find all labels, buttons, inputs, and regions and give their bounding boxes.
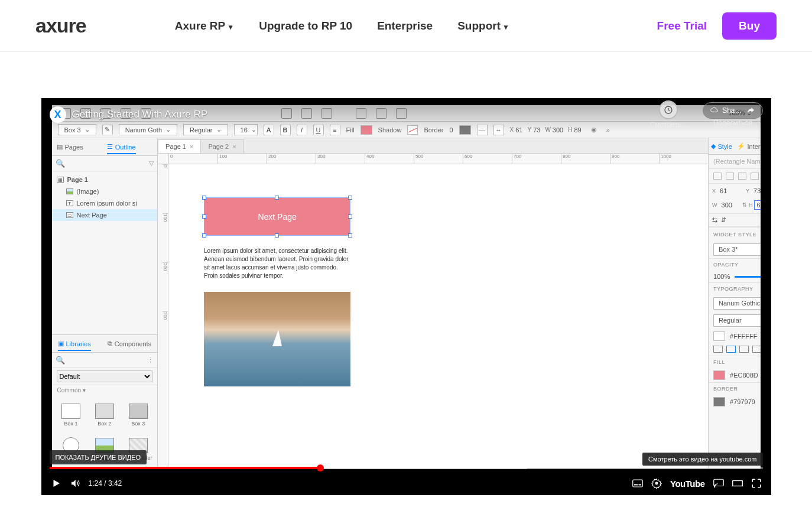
- typo-weight-select[interactable]: Regular⌄: [713, 314, 760, 327]
- text-align-top[interactable]: [752, 346, 760, 353]
- widget-style-select[interactable]: Box 3*⌄: [713, 243, 760, 256]
- rp-w-value[interactable]: 300: [719, 200, 735, 210]
- widget-name-field[interactable]: (Rectangle Name)◉: [709, 155, 760, 169]
- buy-button[interactable]: Buy: [722, 12, 777, 40]
- cast-icon: [713, 479, 724, 488]
- outline-node-image[interactable]: (Image): [52, 186, 158, 197]
- site-header: axure Axure RP▼ Upgrade to RP 10 Enterpr…: [0, 0, 812, 52]
- next-page-button-widget[interactable]: Next Page: [204, 197, 350, 236]
- tab-outline[interactable]: ☰Outline: [107, 143, 136, 154]
- sailboat-icon: [272, 330, 282, 346]
- youtube-controls-bar: 1:24 / 3:42 YouTube: [41, 467, 771, 495]
- canvas-area: Page 1× Page 2× 010020030040050060070080…: [158, 138, 708, 469]
- tab-interactions[interactable]: ⚡ Interactions: [737, 142, 760, 150]
- align-icon[interactable]: [738, 173, 746, 180]
- outline-node-link[interactable]: ▭Next Page: [52, 209, 158, 221]
- tab-components[interactable]: ⧉Components: [108, 340, 151, 347]
- time-display: 1:24 / 3:42: [89, 479, 122, 487]
- page-tabs: Page 1× Page 2×: [158, 138, 708, 154]
- opacity-value[interactable]: 100%: [713, 273, 730, 280]
- outline-tree: ▦Page 1 (Image) TLorem ipsum dolor si ▭N…: [52, 171, 158, 223]
- text-align-center[interactable]: [726, 346, 736, 353]
- svg-rect-1: [633, 480, 643, 487]
- nav-axure-rp[interactable]: Axure RP▼: [175, 19, 234, 32]
- nav-enterprise[interactable]: Enterprise: [377, 19, 433, 32]
- fullscreen-button[interactable]: [751, 478, 762, 489]
- show-more-videos-chip[interactable]: ПОКАЗАТЬ ДРУГИЕ ВИДЕО: [50, 450, 147, 464]
- gear-icon: [651, 477, 662, 489]
- ruler-vertical: 0100200300: [158, 164, 168, 469]
- progress-bar[interactable]: [50, 467, 763, 469]
- nav-upgrade[interactable]: Upgrade to RP 10: [259, 19, 352, 32]
- search-icon[interactable]: 🔍: [56, 159, 65, 168]
- play-icon: [51, 478, 61, 489]
- rp-y-value[interactable]: 73: [751, 186, 760, 196]
- page-tab-2[interactable]: Page 2×: [200, 139, 243, 153]
- tab-libraries[interactable]: ▣Libraries: [58, 340, 91, 351]
- axure-logo[interactable]: axure: [35, 14, 86, 37]
- tab-pages[interactable]: ▤Pages: [57, 143, 83, 151]
- opacity-slider[interactable]: [735, 276, 760, 278]
- flip-h-icon[interactable]: ⇆: [712, 216, 717, 224]
- typo-font-select[interactable]: Nanum Gothic⌄: [713, 297, 760, 310]
- align-icon-row: [709, 169, 760, 184]
- library-subheader: Common ▾: [52, 385, 158, 395]
- border-hex[interactable]: #797979: [730, 398, 755, 405]
- text-align-right[interactable]: [739, 346, 749, 353]
- volume-icon: [70, 477, 80, 489]
- channel-avatar[interactable]: X: [50, 106, 66, 123]
- volume-button[interactable]: [70, 478, 80, 489]
- flip-v-icon[interactable]: ⇵: [721, 216, 726, 224]
- youtube-player[interactable]: X Getting Started With Axure RP Смотреть…: [41, 98, 771, 495]
- outline-page-root[interactable]: ▦Page 1: [52, 174, 158, 186]
- library-select[interactable]: Default: [57, 370, 153, 382]
- settings-button[interactable]: [651, 478, 662, 489]
- typo-color-swatch[interactable]: [713, 331, 725, 341]
- nav-support[interactable]: Support▼: [457, 19, 509, 32]
- page-tab-1[interactable]: Page 1×: [158, 139, 201, 153]
- ruler-horizontal: 01002003004005006007008009001000: [158, 154, 708, 164]
- fill-hex[interactable]: #EC808D: [730, 372, 758, 379]
- shape-box1[interactable]: Box 1: [56, 399, 87, 431]
- tab-style[interactable]: ◆ Style: [711, 142, 732, 150]
- cast-button[interactable]: [713, 478, 724, 489]
- text-align-left[interactable]: [713, 346, 723, 353]
- fill-color-swatch[interactable]: [713, 370, 725, 380]
- filter-icon[interactable]: ▽: [149, 160, 154, 167]
- close-tab-icon[interactable]: ×: [190, 143, 193, 150]
- video-container: X Getting Started With Axure RP Смотреть…: [41, 98, 771, 495]
- video-title[interactable]: Getting Started With Axure RP: [72, 109, 208, 121]
- library-menu-icon[interactable]: ⋮: [147, 356, 154, 364]
- share-video-button[interactable]: Sha… Поделиться: [703, 102, 762, 127]
- play-button[interactable]: [51, 478, 61, 489]
- shape-box2[interactable]: Box 2: [89, 399, 120, 431]
- typo-color-hex[interactable]: #FFFFFF: [730, 333, 757, 340]
- svg-rect-2: [634, 485, 638, 486]
- subtitles-button[interactable]: [632, 478, 643, 489]
- align-icon[interactable]: [713, 173, 722, 180]
- shape-box3[interactable]: Box 3: [122, 399, 154, 431]
- design-canvas[interactable]: Next Page Lorem ipsum dolor sit amet, co…: [168, 164, 708, 469]
- left-panel: ▤Pages ☰Outline 🔍 ▽ ▦Page 1 (Image) TLor…: [52, 138, 158, 469]
- rp-h-value[interactable]: 65: [754, 200, 760, 210]
- outline-search-row: 🔍 ▽: [52, 156, 158, 171]
- align-icon[interactable]: [726, 173, 734, 180]
- share-arrow-icon: [746, 106, 755, 115]
- border-color-swatch[interactable]: [713, 397, 725, 407]
- align-icon[interactable]: [751, 173, 759, 180]
- sailboat-image-widget[interactable]: [204, 292, 350, 386]
- subtitles-icon: [632, 479, 643, 488]
- lorem-text-widget[interactable]: Lorem ipsum dolor sit amet, consectetur …: [204, 247, 350, 280]
- outline-node-text[interactable]: TLorem ipsum dolor si: [52, 197, 158, 209]
- youtube-logo-link[interactable]: YouTube: [670, 478, 704, 489]
- library-search-icon[interactable]: 🔍: [56, 356, 65, 365]
- youtube-header: X Getting Started With Axure RP Смотреть…: [41, 98, 771, 131]
- primary-nav: Axure RP▼ Upgrade to RP 10 Enterprise Su…: [175, 19, 509, 32]
- close-tab-icon[interactable]: ×: [232, 143, 236, 150]
- rp-x-value[interactable]: 61: [717, 186, 729, 196]
- theater-mode-button[interactable]: [732, 478, 743, 489]
- fullscreen-icon: [751, 478, 762, 489]
- watch-later-button[interactable]: Смотреть...: [650, 100, 688, 129]
- free-trial-link[interactable]: Free Trial: [657, 19, 707, 32]
- svg-point-6: [714, 486, 715, 487]
